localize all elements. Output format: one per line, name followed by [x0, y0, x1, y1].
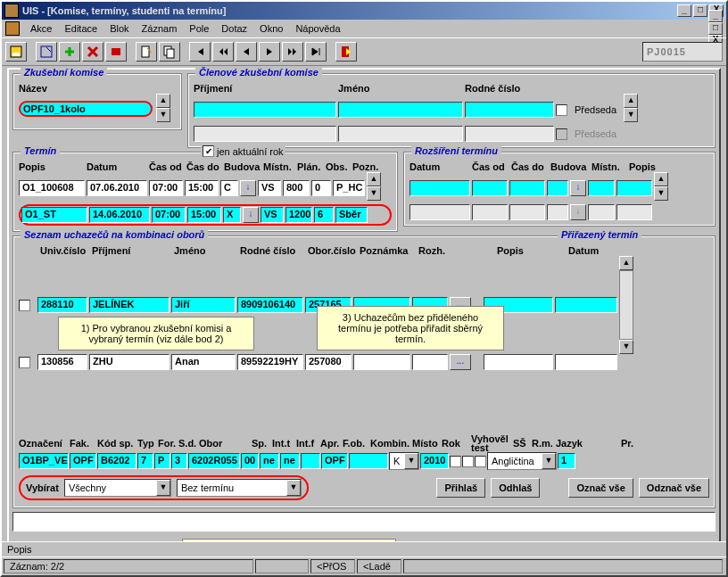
mdi-minimize-button[interactable]: _ — [708, 10, 723, 22]
bottom-text-field[interactable] — [12, 512, 716, 532]
clear-button[interactable] — [105, 42, 127, 62]
t1-plan[interactable]: 800 — [283, 180, 310, 196]
next-button[interactable] — [259, 42, 280, 62]
next-page-button[interactable] — [282, 42, 303, 62]
r1-popis[interactable] — [616, 180, 652, 196]
search-button[interactable] — [36, 42, 57, 62]
clen-rodne-2[interactable] — [465, 126, 554, 142]
r2-datum[interactable] — [410, 204, 470, 220]
toolbar-code-field[interactable] — [642, 42, 723, 62]
rozs-scroll-down[interactable]: ▼ — [654, 186, 668, 201]
first-button[interactable] — [189, 42, 211, 62]
t2-obs[interactable]: 6 — [314, 207, 334, 223]
t2-budova-btn[interactable]: ↓ — [243, 207, 259, 223]
copy-button[interactable] — [159, 42, 180, 62]
odznacvse-button[interactable]: Odznač vše — [639, 478, 709, 498]
t2-plan[interactable]: 1200 — [285, 207, 312, 223]
scroll-down-button[interactable]: ▼ — [156, 108, 170, 122]
t2-casdo[interactable]: 15:00 — [187, 207, 221, 223]
p2-popis[interactable] — [484, 354, 553, 370]
termin-scroll-up[interactable]: ▲ — [367, 172, 381, 186]
r2-popis[interactable] — [616, 204, 652, 220]
t1-pozn[interactable]: P_HC — [333, 180, 365, 196]
scroll-up-button[interactable]: ▲ — [156, 94, 170, 108]
vybirat-select-1[interactable]: Všechny▼ — [64, 479, 171, 497]
t1-datum[interactable]: 07.06.2010 — [87, 180, 147, 196]
r2-casod[interactable] — [472, 204, 508, 220]
menu-editace[interactable]: Editace — [59, 22, 103, 35]
mdi-maximize-button[interactable]: □ — [708, 22, 723, 35]
menu-blok[interactable]: Blok — [104, 22, 134, 35]
s1-rodne[interactable]: 8909106140 — [237, 297, 303, 313]
termin-scroll-down[interactable]: ▼ — [367, 186, 381, 201]
b-ss-check[interactable] — [462, 456, 474, 467]
r1-mistn[interactable] — [588, 180, 615, 196]
b-sp[interactable]: 00 — [241, 453, 259, 469]
s1-jmeno[interactable]: Jiří — [171, 297, 236, 313]
t2-budova[interactable]: X — [223, 207, 241, 223]
b-kodsp[interactable]: B6202 — [97, 453, 136, 469]
seznam-scroll-up[interactable]: ▲ — [619, 256, 633, 270]
clen-jmeno[interactable] — [338, 102, 463, 118]
b-fak[interactable]: OPF — [70, 453, 96, 469]
b-intt[interactable]: ne — [260, 453, 279, 469]
t1-mistn[interactable]: VS — [258, 180, 281, 196]
s1-prij[interactable]: JELÍNEK — [89, 297, 170, 313]
t1-casdo[interactable]: 15:00 — [185, 180, 219, 196]
s2-rodne[interactable]: 89592219HY — [237, 354, 303, 370]
r2-mistn[interactable] — [588, 204, 615, 220]
clen-scroll-down[interactable]: ▼ — [624, 108, 638, 122]
r2-casdo[interactable] — [509, 204, 545, 220]
s2-check[interactable] — [19, 357, 30, 368]
s2-obor[interactable]: 257080 — [305, 354, 352, 370]
r1-casdo[interactable] — [509, 180, 545, 196]
r1-casod[interactable] — [472, 180, 508, 196]
menu-pole[interactable]: Pole — [184, 22, 214, 35]
prev-page-button[interactable] — [212, 42, 234, 62]
minimize-button[interactable]: _ — [677, 4, 691, 17]
t2-mistn[interactable]: VS — [261, 207, 284, 223]
r1-budova-btn[interactable]: ↓ — [570, 180, 586, 196]
t1-budova[interactable]: C — [220, 180, 238, 196]
b-apr[interactable] — [301, 453, 320, 469]
menu-okno[interactable]: Okno — [254, 22, 288, 35]
nazev-field[interactable]: OPF10_1kolo — [19, 101, 153, 117]
odhlas-button[interactable]: Odhlaš — [491, 478, 540, 498]
s2-pozn[interactable] — [353, 354, 410, 370]
exit-button[interactable] — [335, 42, 357, 62]
b-test-check[interactable] — [450, 456, 461, 467]
r2-budova[interactable] — [547, 204, 568, 220]
r2-budova-btn[interactable]: ↓ — [570, 204, 586, 220]
t1-popis[interactable]: O1_100608 — [19, 180, 85, 196]
clen-rodne[interactable] — [465, 102, 554, 118]
b-komb[interactable] — [349, 453, 388, 469]
b-sd[interactable]: 3 — [171, 453, 187, 469]
s2-prij[interactable]: ZHU — [89, 354, 170, 370]
seznam-scroll-track[interactable] — [619, 270, 633, 340]
t2-datum[interactable]: 14.06.2010 — [89, 207, 150, 223]
prev-button[interactable] — [236, 42, 257, 62]
p2-datum[interactable] — [555, 354, 617, 370]
menu-zaznam[interactable]: Záznam — [136, 22, 183, 35]
menu-dotaz[interactable]: Dotaz — [216, 22, 252, 35]
b-intf[interactable]: ne — [280, 453, 300, 469]
seznam-scroll-down[interactable]: ▼ — [619, 340, 633, 354]
save-button[interactable] — [5, 42, 27, 62]
t2-popis[interactable]: O1_ST — [21, 207, 87, 223]
maximize-button[interactable]: □ — [693, 4, 707, 17]
t1-casod[interactable]: 07:00 — [149, 180, 183, 196]
clen-prijmeni[interactable] — [194, 102, 336, 118]
clen-prijmeni-2[interactable] — [194, 126, 336, 142]
t1-budova-btn[interactable]: ↓ — [240, 180, 256, 196]
vybirat-select-2[interactable]: Bez termínu▼ — [177, 479, 302, 497]
prihlas-button[interactable]: Přihlaš — [436, 478, 485, 498]
clen-scroll-up[interactable]: ▲ — [624, 94, 638, 108]
r1-datum[interactable] — [410, 180, 470, 196]
s2-more-btn[interactable]: ... — [450, 354, 471, 370]
b-rok[interactable]: 2010 — [420, 453, 449, 469]
clen-jmeno-2[interactable] — [338, 126, 463, 142]
b-obor[interactable]: 6202R055 — [188, 453, 240, 469]
p1-datum[interactable] — [555, 297, 617, 313]
b-typ[interactable]: 7 — [137, 453, 153, 469]
s2-univ[interactable]: 130856 — [37, 354, 87, 370]
